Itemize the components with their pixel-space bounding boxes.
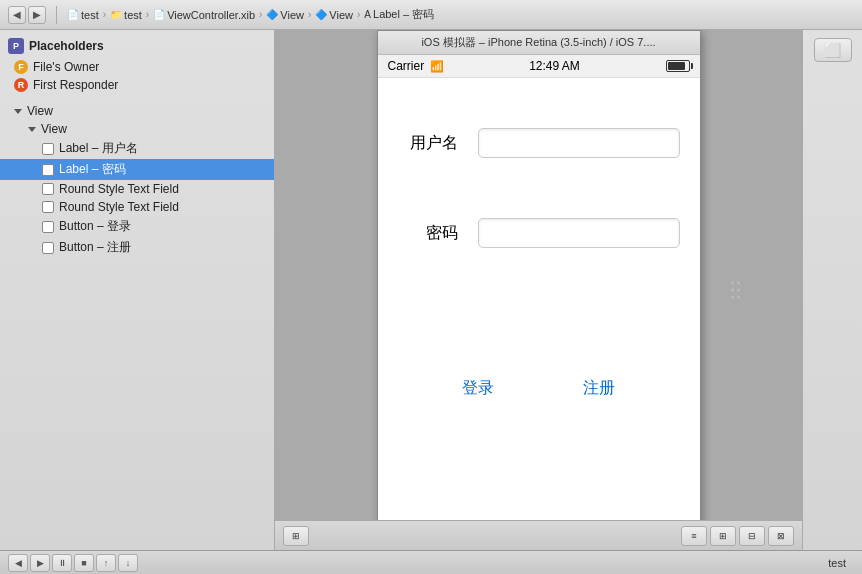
phone-status-bar: Carrier 📶 12:49 AM [378,55,700,78]
bottom-stop-button[interactable]: ■ [74,554,94,572]
bottom-forward-button[interactable]: ▶ [30,554,50,572]
breadcrumb-item[interactable]: 📄 test [67,9,99,21]
bottom-up-button[interactable]: ↑ [96,554,116,572]
sidebar-item-label: Button – 注册 [59,239,131,256]
bottom-pause-button[interactable]: ⏸ [52,554,72,572]
bottom-status-bar: ◀ ▶ ⏸ ■ ↑ ↓ test [0,550,862,574]
toolbar-nav-group: ◀ ▶ [8,6,46,24]
breadcrumb-item[interactable]: A Label – 密码 [364,7,434,22]
battery-fill [668,62,685,70]
canvas-bottom-bar: ⊞ ≡ ⊞ ⊟ ⊠ [275,520,802,550]
sidebar-item-first-responder[interactable]: R First Responder [0,76,274,94]
placeholders-section: P Placeholders F File's Owner R First Re… [0,30,274,98]
canvas-layout-btn-1[interactable]: ≡ [681,526,707,546]
files-owner-icon: F [14,60,28,74]
placeholders-label: Placeholders [29,39,104,53]
right-bottom-buttons: ≡ ⊞ ⊟ ⊠ [681,526,794,546]
triangle-icon [28,127,36,132]
sidebar-item-label: Round Style Text Field [59,182,179,196]
sidebar-item-label: View [41,122,67,136]
placeholders-header: P Placeholders [0,34,274,58]
sidebar-item-label-username[interactable]: Label – 用户名 [0,138,274,159]
sidebar-item-label: Label – 用户名 [59,140,138,157]
breadcrumb-item[interactable]: 🔷 View [266,9,304,21]
password-label: 密码 [398,223,458,244]
sidebar-item-files-owner[interactable]: F File's Owner [0,58,274,76]
sidebar-item-textfield-1[interactable]: Round Style Text Field [0,180,274,198]
canvas-layout-btn-3[interactable]: ⊟ [739,526,765,546]
triangle-icon [14,109,22,114]
sidebar-item-textfield-2[interactable]: Round Style Text Field [0,198,274,216]
bottom-down-button[interactable]: ↓ [118,554,138,572]
canvas-layout-btn-4[interactable]: ⊠ [768,526,794,546]
canvas-back-button[interactable]: ⊞ [283,526,309,546]
sidebar-item-label: Label – 密码 [59,161,126,178]
phone-title-label: iOS 模拟器 – iPhone Retina (3.5-inch) / iOS… [421,36,655,48]
register-button[interactable]: 注册 [583,378,615,399]
phone-screen: 用户名 密码 登录 注册 [378,78,700,550]
checkbox-icon[interactable] [42,242,54,254]
sidebar-item-label: Button – 登录 [59,218,131,235]
sidebar-item-view-root[interactable]: View [0,102,274,120]
toolbar-divider [56,6,57,24]
phone-title-bar: iOS 模拟器 – iPhone Retina (3.5-inch) / iOS… [378,31,700,55]
checkbox-icon[interactable] [42,164,54,176]
sidebar: P Placeholders F File's Owner R First Re… [0,30,275,550]
form-buttons: 登录 注册 [398,358,680,419]
username-label: 用户名 [398,133,458,154]
bottom-back-button[interactable]: ◀ [8,554,28,572]
sidebar-item-button-register[interactable]: Button – 注册 [0,237,274,258]
nav-back-button[interactable]: ◀ [8,6,26,24]
login-button[interactable]: 登录 [462,378,494,399]
sidebar-item-view-child[interactable]: View [0,120,274,138]
checkbox-icon[interactable] [42,143,54,155]
sidebar-item-label: Round Style Text Field [59,200,179,214]
username-input[interactable] [478,128,680,158]
wifi-icon: 📶 [430,60,444,72]
sidebar-item-label: File's Owner [33,60,99,74]
time-label: 12:49 AM [529,59,580,73]
username-row: 用户名 [398,128,680,158]
right-panel: ⬜ [802,30,862,550]
bottom-nav-group: ◀ ▶ ⏸ ■ ↑ ↓ [8,554,138,572]
password-input[interactable] [478,218,680,248]
center-canvas: iOS 模拟器 – iPhone Retina (3.5-inch) / iOS… [275,30,802,550]
canvas-dots [731,282,740,299]
view-section: View View Label – 用户名 Label – 密码 Round S… [0,98,274,262]
canvas-layout-btn-2[interactable]: ⊞ [710,526,736,546]
breadcrumb-item[interactable]: 📁 test [110,9,142,21]
top-toolbar: ◀ ▶ 📄 test › 📁 test › 📄 ViewController.x… [0,0,862,30]
carrier-label: Carrier 📶 [388,59,444,73]
checkbox-icon[interactable] [42,201,54,213]
nav-forward-button[interactable]: ▶ [28,6,46,24]
phone-frame: iOS 模拟器 – iPhone Retina (3.5-inch) / iOS… [377,30,701,550]
breadcrumb: 📄 test › 📁 test › 📄 ViewController.xib ›… [67,7,434,22]
sidebar-item-label: View [27,104,53,118]
scheme-label: test [828,557,846,569]
sidebar-item-label: First Responder [33,78,118,92]
breadcrumb-item[interactable]: 📄 ViewController.xib [153,9,255,21]
breadcrumb-item[interactable]: 🔷 View [315,9,353,21]
sidebar-item-button-login[interactable]: Button – 登录 [0,216,274,237]
password-row: 密码 [398,218,680,248]
checkbox-icon[interactable] [42,221,54,233]
sidebar-item-label-password[interactable]: Label – 密码 [0,159,274,180]
placeholders-icon: P [8,38,24,54]
right-panel-btn-1[interactable]: ⬜ [814,38,852,62]
battery-icon [666,60,690,72]
main-area: P Placeholders F File's Owner R First Re… [0,30,862,550]
first-responder-icon: R [14,78,28,92]
phone-simulator: iOS 模拟器 – iPhone Retina (3.5-inch) / iOS… [377,30,701,550]
checkbox-icon[interactable] [42,183,54,195]
